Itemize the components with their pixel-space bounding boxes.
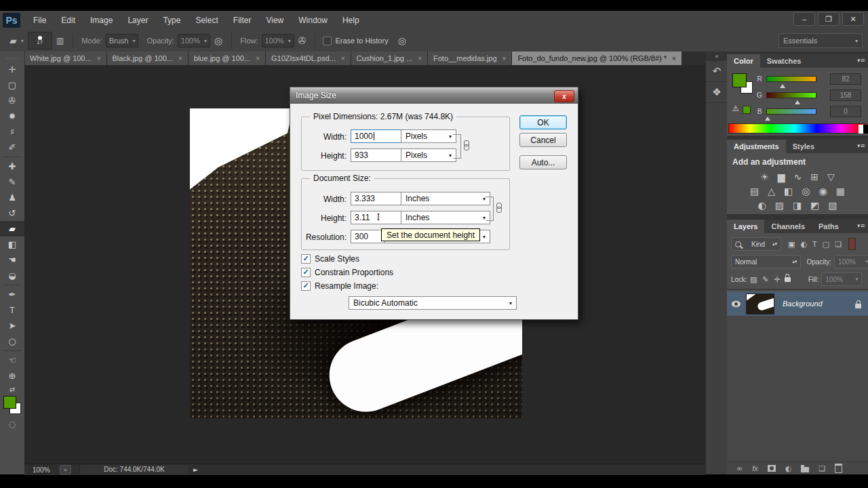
lasso-tool[interactable]: ✇ [0, 93, 24, 108]
minimize-button[interactable]: – [793, 12, 815, 26]
foreground-color-swatch[interactable] [3, 396, 16, 409]
spectrum-white-chip[interactable] [859, 125, 863, 134]
link-layers-icon[interactable]: ∞ [736, 464, 743, 473]
ellipse-tool[interactable]: ○ [0, 333, 24, 349]
history-panel-icon[interactable]: ↶ [706, 61, 728, 82]
menu-view[interactable]: View [258, 16, 291, 25]
layer-filter-toggle[interactable] [848, 238, 856, 250]
spot-healing-brush-tool[interactable]: ✚ [0, 159, 24, 174]
tab-foto-do-fundo-new-jpg[interactable]: Foto_do_fundo_new.jpg @ 100% (RGB/8#) *× [512, 52, 682, 65]
dialog-title-bar[interactable]: Image Size [290, 87, 578, 104]
doc-height-unit-select[interactable]: Inches▾ [401, 211, 490, 224]
quick-mask-button[interactable]: ◌ [0, 418, 24, 431]
eraser-tool-icon[interactable]: ▰ [9, 35, 17, 46]
menu-window[interactable]: Window [291, 16, 335, 25]
eraser-tool[interactable]: ▰ [0, 221, 24, 237]
layer-filter-kind-select[interactable]: Kind ▴▾ [731, 237, 781, 251]
magic-wand-tool[interactable]: ✹ [0, 108, 24, 124]
tab-close-icon[interactable]: × [97, 55, 101, 62]
doc-height-input[interactable]: 3.11I [351, 211, 402, 224]
menu-select[interactable]: Select [188, 16, 225, 25]
menu-filter[interactable]: Filter [226, 16, 259, 25]
gradient-tool[interactable]: ◧ [0, 237, 24, 252]
photo-filter-icon[interactable]: ◎ [802, 186, 810, 197]
move-tool[interactable]: ✛ [0, 62, 24, 77]
panel-menu-icon[interactable]: ▾≡ [857, 222, 865, 229]
menu-file[interactable]: File [26, 16, 54, 25]
selective-color-icon[interactable]: ▧ [828, 201, 837, 211]
hue-saturation-icon[interactable]: ▤ [750, 186, 759, 197]
pixel-width-input[interactable]: 1000 [351, 129, 402, 143]
tab-close-icon[interactable]: × [178, 55, 182, 62]
scale-styles-checkbox[interactable]: ✓ [301, 254, 311, 264]
resample-image-checkbox[interactable]: ✓ [301, 281, 311, 291]
layer-name[interactable]: Background [783, 300, 855, 308]
layer-fill-select[interactable]: 100% ▾ [821, 272, 862, 286]
lock-pixels-icon[interactable]: ✎ [762, 275, 768, 284]
spectrum-black-chip[interactable] [863, 125, 868, 134]
layer-effects-icon[interactable]: fx [752, 464, 758, 472]
tab-close-icon[interactable]: × [672, 55, 676, 62]
panel-grip[interactable] [7, 53, 18, 59]
menu-help[interactable]: Help [335, 16, 367, 25]
zoom-tool[interactable]: ⊕ [0, 368, 24, 384]
status-flyout-arrow-icon[interactable]: ► [193, 466, 198, 473]
status-menu-icon[interactable]: » [60, 465, 71, 474]
color-spectrum-ramp[interactable] [728, 123, 867, 134]
type-tool[interactable]: T [0, 302, 24, 318]
gradient-map-icon[interactable]: ◩ [810, 201, 819, 211]
tab-channels[interactable]: Channels [764, 220, 812, 233]
blue-value-field[interactable]: 0 [830, 106, 861, 117]
clone-stamp-tool[interactable]: ♟ [0, 190, 24, 205]
close-button[interactable]: ✕ [842, 12, 864, 26]
pixel-width-unit-select[interactable]: Pixels▾ [401, 129, 456, 143]
menu-image[interactable]: Image [83, 16, 120, 25]
delete-layer-icon[interactable] [835, 464, 842, 473]
tablet-pressure-size-icon[interactable]: ◎ [398, 35, 406, 46]
filter-shape-layers-icon[interactable]: ▢ [823, 240, 829, 249]
mode-select[interactable]: Brush ▾ [106, 34, 139, 47]
channel-mixer-icon[interactable]: ◉ [819, 186, 827, 197]
cancel-button[interactable]: Cancel [519, 133, 567, 147]
lock-all-icon[interactable] [785, 277, 791, 282]
menu-layer[interactable]: Layer [120, 16, 155, 25]
workspace-switcher[interactable]: Essentials ▾ [778, 33, 863, 48]
new-adjustment-layer-icon[interactable]: ◐ [785, 464, 792, 473]
vibrance-icon[interactable]: ▽ [827, 172, 835, 182]
lock-transparency-icon[interactable]: ▨ [750, 275, 757, 284]
filter-type-layers-icon[interactable]: T [812, 240, 817, 248]
zoom-level-field[interactable]: 100% [33, 466, 60, 474]
tab-styles[interactable]: Styles [786, 140, 821, 153]
tab-close-icon[interactable]: × [502, 55, 507, 62]
blue-slider-thumb[interactable] [765, 114, 770, 121]
blend-mode-select[interactable]: Normal ▴▾ [731, 255, 801, 268]
gamut-color-chip[interactable] [743, 106, 751, 114]
eyedropper-tool[interactable]: ✐ [0, 140, 24, 155]
tab-layers[interactable]: Layers [727, 220, 764, 233]
black-white-icon[interactable]: ◧ [784, 186, 793, 197]
tab-black-jpg[interactable]: Black.jpg @ 100...× [107, 52, 189, 65]
doc-width-input[interactable]: 3.333 [351, 192, 402, 205]
invert-icon[interactable]: ◐ [757, 201, 766, 211]
properties-panel-icon[interactable]: ❖ [706, 82, 728, 103]
curves-icon[interactable]: ∿ [794, 172, 802, 182]
levels-icon[interactable]: ▆ [778, 172, 785, 182]
tab-close-icon[interactable]: × [256, 55, 260, 62]
path-selection-tool[interactable]: ➤ [0, 318, 24, 333]
restore-button[interactable]: ❐ [818, 12, 840, 26]
tab-cushion-jpg[interactable]: Cushion_1.jpg ...× [351, 52, 428, 65]
hand-tool[interactable]: ☜ [0, 352, 24, 368]
threshold-icon[interactable]: ◨ [793, 201, 802, 211]
new-group-icon[interactable] [801, 467, 809, 472]
brush-tool[interactable]: ✎ [0, 174, 24, 190]
foreground-color-swatch[interactable] [732, 73, 747, 87]
gamut-warning-icon[interactable]: ⚠ [732, 104, 739, 113]
tablet-pressure-opacity-icon[interactable]: ◎ [214, 35, 222, 46]
rectangular-marquee-tool[interactable]: ▢ [0, 77, 24, 93]
tab-white-jpg[interactable]: White.jpg @ 100...× [24, 52, 107, 65]
green-value-field[interactable]: 158 [830, 89, 861, 101]
tab-g10-psd[interactable]: G10ZIsx4tDL.psd...× [266, 52, 351, 65]
opacity-select[interactable]: 100% ▾ [178, 34, 210, 47]
new-layer-icon[interactable]: ❏ [818, 464, 825, 473]
lock-position-icon[interactable]: ✛ [774, 275, 781, 284]
